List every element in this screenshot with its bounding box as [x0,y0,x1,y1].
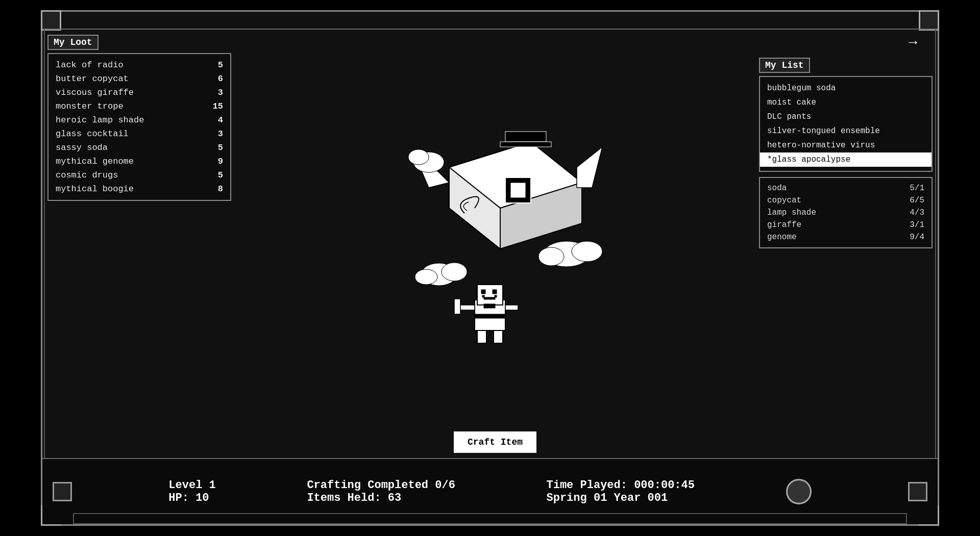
recipe-ingredient: giraffe [767,220,801,229]
level-group: Level 1 HP: 10 [168,479,215,504]
loot-item-name: monster trope [56,101,124,111]
loot-item-name: butter copycat [56,74,129,84]
svg-point-13 [538,247,564,266]
svg-rect-6 [510,183,526,198]
loot-item-name: viscous giraffe [56,88,134,97]
loot-item[interactable]: monster trope15 [48,99,230,113]
svg-rect-27 [454,299,460,314]
loot-panel-title: My Loot [47,35,99,50]
svg-rect-20 [493,290,497,294]
recipe-item: soda5/1 [760,182,932,194]
crafting-group: Crafting Completed 0/6 Items Held: 63 [307,479,455,504]
loot-item[interactable]: cosmic drugs5 [48,168,230,182]
my-list-item[interactable]: moist cake [760,95,932,110]
svg-rect-21 [484,297,495,299]
loot-item-count: 8 [218,184,223,194]
loot-item-name: heroic lamp shade [56,115,144,125]
loot-item-name: glass cocktail [56,129,129,139]
loot-list: lack of radio5butter copycat6viscous gir… [47,53,231,201]
season-text: Spring 01 Year 001 [547,492,668,504]
loot-item-count: 5 [218,170,223,180]
recipe-ingredient: lamp shade [767,208,816,217]
loot-item-count: 3 [218,88,223,97]
time-played-text: Time Played: 000:00:45 [547,479,695,492]
loot-item-count: 3 [218,129,223,139]
loot-item[interactable]: sassy soda5 [48,141,230,155]
loot-item[interactable]: mythical genome9 [48,155,230,168]
svg-rect-22 [482,295,484,297]
my-list-title: My List [759,58,810,73]
svg-rect-29 [484,304,495,308]
loot-item[interactable]: heroic lamp shade4 [48,113,230,127]
recipe-item: copycat6/5 [760,194,932,207]
svg-rect-19 [481,290,485,294]
my-list-section: My List bubblegum sodamoist cakeDLC pant… [759,58,933,172]
outer-frame: My Loot lack of radio5butter copycat6vis… [41,10,939,526]
loot-item-count: 6 [218,74,223,84]
game-scene [388,101,602,356]
bottom-inner-rail [73,513,907,524]
recipe-panel: soda5/1copycat6/5lamp shade4/3giraffe3/1… [759,177,933,248]
loot-item-name: lack of radio [56,60,124,70]
svg-point-10 [408,149,429,165]
center-area: Craft Item [236,30,754,458]
loot-item-count: 5 [218,60,223,70]
svg-rect-3 [505,132,546,142]
recipe-amounts: 6/5 [910,196,924,205]
svg-marker-8 [577,147,602,188]
recipe-item: giraffe3/1 [760,219,932,231]
my-list-item[interactable]: DLC pants [760,110,932,124]
loot-item[interactable]: lack of radio5 [48,58,230,72]
level-text: Level 1 [168,479,215,492]
time-group: Time Played: 000:00:45 Spring 01 Year 00… [547,479,695,504]
svg-point-16 [415,269,437,285]
bottom-corner-right [908,482,927,501]
my-list-item[interactable]: *glass apocalypse [760,152,932,167]
svg-point-12 [572,241,602,262]
recipe-amounts: 4/3 [910,208,924,217]
arrow-icon: → [909,35,917,50]
hp-text: HP: 10 [168,492,209,504]
recipe-ingredient: soda [767,184,787,193]
svg-rect-24 [477,330,486,343]
recipe-item: genome9/4 [760,231,932,243]
svg-rect-23 [495,295,497,297]
loot-item[interactable]: butter copycat6 [48,72,230,86]
loot-item[interactable]: viscous giraffe3 [48,86,230,99]
svg-rect-4 [500,142,551,147]
loot-item[interactable]: mythical boogie8 [48,182,230,196]
loot-item-count: 9 [218,157,223,166]
recipe-amounts: 9/4 [910,233,924,242]
loot-item-name: mythical boogie [56,184,134,194]
svg-point-15 [442,263,467,281]
loot-item-count: 15 [213,101,223,111]
recipe-ingredient: genome [767,233,797,242]
right-panel: → My List bubblegum sodamoist cakeDLC pa… [754,30,938,458]
my-list-item[interactable]: hetero-normative virus [760,138,932,152]
loot-panel: My Loot lack of radio5butter copycat6vis… [42,30,236,458]
svg-rect-28 [505,305,518,310]
items-held-text: Items Held: 63 [307,492,401,504]
crafting-text: Crafting Completed 0/6 [307,479,455,492]
svg-rect-25 [494,330,503,343]
my-list-item[interactable]: bubblegum soda [760,81,932,95]
loot-item-count: 5 [218,143,223,152]
recipe-item: lamp shade4/3 [760,207,932,219]
status-area: Level 1 HP: 10 Crafting Completed 0/6 It… [82,479,898,504]
loot-item[interactable]: glass cocktail3 [48,127,230,141]
arrow-area: → [759,35,933,53]
main-content: My Loot lack of radio5butter copycat6vis… [42,30,938,458]
loot-item-name: cosmic drugs [56,170,118,180]
loot-item-count: 4 [218,115,223,125]
craft-button[interactable]: Craft Item [454,431,536,453]
svg-rect-18 [477,285,503,305]
bottom-bar: Level 1 HP: 10 Crafting Completed 0/6 It… [42,458,938,524]
svg-rect-26 [459,305,475,310]
top-bar [42,12,938,30]
recipe-amounts: 3/1 [910,220,924,229]
svg-rect-30 [475,314,505,318]
my-list-item[interactable]: silver-tongued ensemble [760,124,932,138]
recipe-amounts: 5/1 [910,184,924,193]
loot-item-name: sassy soda [56,143,108,152]
bottom-corner-left [53,482,72,501]
